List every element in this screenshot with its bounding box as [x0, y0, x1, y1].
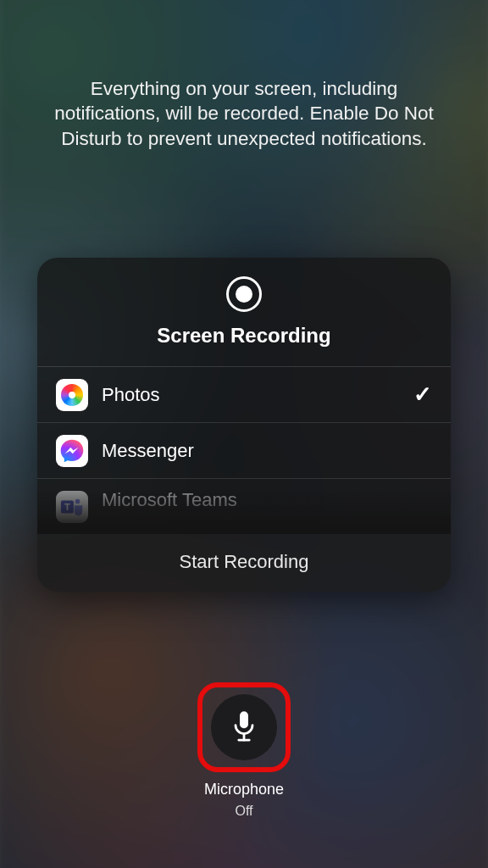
checkmark-icon: ✓: [413, 381, 432, 408]
screen-recording-card: Screen Recording Photos ✓ Messenger T Mi…: [37, 258, 451, 592]
app-row-photos[interactable]: Photos ✓: [37, 367, 451, 423]
annotation-highlight: [197, 682, 291, 772]
recording-destination-list[interactable]: Photos ✓ Messenger T Microsoft Teams: [37, 366, 451, 534]
app-label: Photos: [102, 384, 400, 406]
app-label: Messenger: [102, 440, 432, 462]
card-title: Screen Recording: [157, 324, 330, 348]
microphone-state: Off: [235, 804, 252, 819]
app-row-teams[interactable]: T Microsoft Teams: [37, 479, 451, 534]
teams-icon: T: [56, 491, 88, 523]
recording-disclaimer: Everything on your screen, including not…: [42, 76, 446, 151]
messenger-icon: [56, 435, 88, 467]
svg-rect-3: [240, 711, 248, 728]
start-recording-button[interactable]: Start Recording: [37, 534, 451, 592]
app-label: Microsoft Teams: [102, 489, 432, 511]
microphone-icon: [231, 710, 257, 744]
card-header: Screen Recording: [37, 258, 451, 366]
svg-point-2: [75, 499, 80, 504]
app-row-messenger[interactable]: Messenger: [37, 423, 451, 479]
microphone-section: Microphone Off: [197, 682, 291, 819]
record-icon: [226, 276, 262, 312]
microphone-toggle-button[interactable]: [211, 694, 277, 760]
microphone-label: Microphone: [204, 781, 284, 798]
svg-text:T: T: [64, 502, 70, 512]
photos-icon: [56, 379, 88, 411]
